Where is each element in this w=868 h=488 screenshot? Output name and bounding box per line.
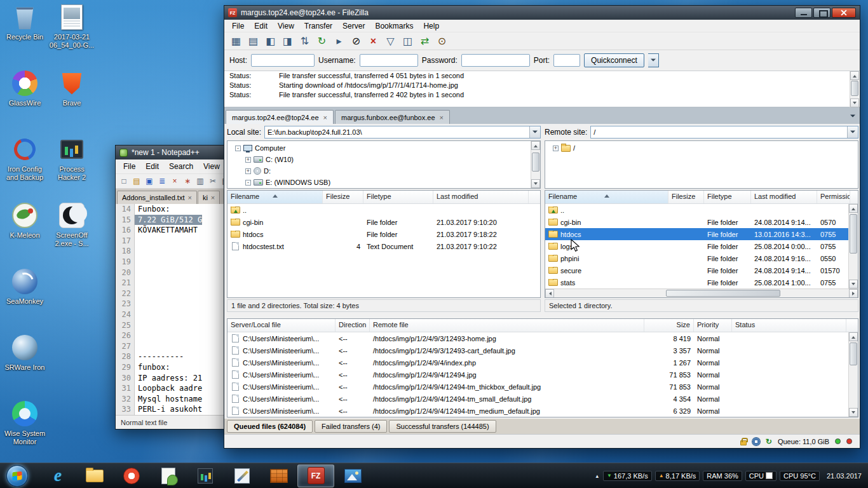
host-input[interactable]: [251, 54, 315, 67]
menu-item[interactable]: Server: [337, 20, 370, 32]
desktop-icon[interactable]: 2017-03-21 06_54_00-G...: [48, 3, 95, 69]
tree-item-drive-e[interactable]: - E: (WINDOWS USB): [227, 177, 540, 188]
file-row[interactable]: ..: [227, 204, 540, 216]
file-row[interactable]: stats File folder 25.08.2014 1:00... 075…: [545, 276, 858, 288]
expander-icon[interactable]: -: [245, 180, 251, 186]
toolbar-icon[interactable]: ×: [169, 175, 180, 187]
file-row[interactable]: htdocstest.txt 4 Text Document 21.03.201…: [227, 240, 540, 252]
column-header-filetype[interactable]: Filetype: [704, 191, 751, 203]
taskbar-app-button[interactable]: [150, 464, 187, 487]
toolbar-icon[interactable]: □: [118, 175, 130, 187]
toolbar-icon[interactable]: ▣: [144, 175, 155, 187]
scroll-up-icon[interactable]: [850, 71, 859, 80]
queue-row[interactable]: C:\Users\Ministeerium\... <-- /htdocs/im…: [227, 381, 858, 393]
toolbar-icon[interactable]: ◨: [280, 34, 295, 48]
taskbar-app-button[interactable]: [187, 464, 224, 487]
scroll-down-icon[interactable]: [849, 408, 858, 417]
queue-row[interactable]: C:\Users\Ministeerium\... <-- /htdocs/im…: [227, 405, 858, 417]
file-row[interactable]: htdocs File folder 21.03.2017 9:18:22: [227, 228, 540, 240]
menu-item[interactable]: File: [118, 161, 140, 172]
toolbar-icon[interactable]: ⊘: [348, 34, 364, 48]
combo-dropdown-icon[interactable]: [529, 126, 540, 138]
menu-item[interactable]: View: [198, 161, 225, 172]
username-input[interactable]: [360, 54, 418, 67]
settings-gear-icon[interactable]: [752, 438, 760, 445]
tab-close-icon[interactable]: [440, 114, 444, 121]
file-row[interactable]: cgi-bin File folder 21.03.2017 9:10:20: [227, 216, 540, 228]
file-row[interactable]: ..: [545, 204, 858, 216]
combo-dropdown-icon[interactable]: [847, 126, 858, 138]
column-header-status[interactable]: Status: [732, 319, 846, 332]
toolbar-icon[interactable]: ⇄: [417, 34, 433, 48]
menu-item[interactable]: Search: [164, 161, 198, 172]
queue-row[interactable]: C:\Users\Ministeerium\... <-- /htdocs/im…: [227, 356, 858, 369]
expander-icon[interactable]: -: [235, 146, 241, 151]
column-header-last-modified[interactable]: Last modified: [751, 191, 817, 203]
toolbar-icon[interactable]: ✂: [207, 175, 219, 187]
column-header-priority[interactable]: Priority: [694, 319, 732, 332]
scroll-down-icon[interactable]: [531, 179, 540, 188]
toolbar-icon[interactable]: ∗: [182, 175, 193, 187]
desktop-icon[interactable]: SRWare Iron: [1, 333, 48, 399]
expander-icon[interactable]: +: [245, 168, 251, 174]
filezilla-titlebar[interactable]: margus.top24.ee@top24.ee - FileZilla: [224, 6, 860, 20]
column-header-last-modified[interactable]: Last modified: [433, 191, 529, 203]
queue-row[interactable]: C:\Users\Ministeerium\... <-- /htdocs/im…: [227, 332, 858, 344]
taskbar-app-button[interactable]: [113, 464, 150, 487]
local-path-combo[interactable]: E:\fun.backup\top24.full.21.03\: [264, 126, 541, 139]
taskbar-app-button[interactable]: [261, 464, 297, 487]
scroll-thumb[interactable]: [850, 342, 857, 365]
menu-item[interactable]: View: [273, 20, 299, 32]
upload-speed-badge[interactable]: 8,17 KB/s: [655, 471, 700, 481]
toolbar-icon[interactable]: ×: [365, 34, 381, 48]
column-header-permissions[interactable]: Permissions: [817, 191, 850, 203]
column-header-filename[interactable]: Filename: [545, 191, 668, 203]
desktop-icon[interactable]: Process Hacker 2: [48, 135, 95, 201]
queue-row[interactable]: C:\Users\Ministeerium\... <-- /htdocs/im…: [227, 393, 858, 405]
taskbar-app-button[interactable]: [39, 464, 76, 487]
tab-close-icon[interactable]: [187, 194, 191, 201]
start-button[interactable]: [6, 465, 28, 487]
desktop-icon[interactable]: Brave: [48, 69, 95, 135]
menu-item[interactable]: Edit: [140, 161, 164, 172]
remote-list-hscrollbar[interactable]: [545, 288, 858, 297]
column-header-direction[interactable]: Direction: [336, 319, 370, 332]
password-input[interactable]: [461, 54, 530, 67]
toolbar-icon[interactable]: ▥: [194, 175, 206, 187]
toolbar-icon[interactable]: ▦: [228, 34, 244, 48]
toolbar-icon[interactable]: ⊙: [434, 34, 450, 48]
file-row[interactable]: secure File folder 24.08.2014 9:14... 01…: [545, 264, 858, 276]
queue-row[interactable]: C:\Users\Ministeerium\... <-- /htdocs/im…: [227, 369, 858, 381]
quickconnect-button[interactable]: Quickconnect: [584, 53, 644, 67]
scroll-up-icon[interactable]: [531, 141, 540, 150]
desktop-icon[interactable]: K-Meleon: [1, 201, 48, 267]
document-tab[interactable]: Addons_installed.txt: [117, 191, 197, 204]
toolbar-icon[interactable]: ▽: [383, 34, 398, 48]
scroll-down-icon[interactable]: [850, 98, 859, 107]
maximize-button[interactable]: [813, 8, 831, 18]
taskbar-app-button[interactable]: [224, 464, 261, 487]
queue-row[interactable]: C:\Users\Ministeerium\... <-- /htdocs/im…: [227, 344, 858, 356]
menu-item[interactable]: Help: [418, 20, 444, 32]
menu-item[interactable]: Transfer: [299, 20, 337, 32]
file-row[interactable]: phpini File folder 24.08.2014 9:16... 05…: [545, 252, 858, 264]
scroll-up-icon[interactable]: [849, 204, 858, 213]
file-row[interactable]: htdocs File folder 13.01.2016 14:3... 07…: [545, 228, 858, 240]
toolbar-icon[interactable]: ▸: [331, 34, 347, 48]
desktop-icon[interactable]: Iron Config and Backup: [1, 135, 48, 201]
tab-close-icon[interactable]: [323, 114, 327, 121]
desktop-icon[interactable]: Wise System Monitor: [1, 399, 48, 465]
scroll-left-icon[interactable]: [545, 289, 554, 298]
show-hidden-icons-icon[interactable]: [595, 473, 599, 479]
desktop-icon[interactable]: ScreenOff 2.exe - S...: [48, 201, 95, 267]
queue-tab[interactable]: Failed transfers (4): [315, 420, 387, 433]
file-row[interactable]: logs File folder 25.08.2014 0:00... 0755: [545, 240, 858, 252]
toolbar-icon[interactable]: ▤: [131, 175, 142, 187]
menu-item[interactable]: Edit: [249, 20, 273, 32]
toolbar-icon[interactable]: ↻: [314, 34, 330, 48]
toolbar-icon[interactable]: ▤: [245, 34, 261, 48]
queue-tab[interactable]: Queued files (624084): [227, 420, 313, 433]
column-header-filename[interactable]: Filename: [227, 191, 323, 203]
scroll-right-icon[interactable]: [849, 289, 858, 298]
quickconnect-dropdown-icon[interactable]: [648, 53, 659, 67]
